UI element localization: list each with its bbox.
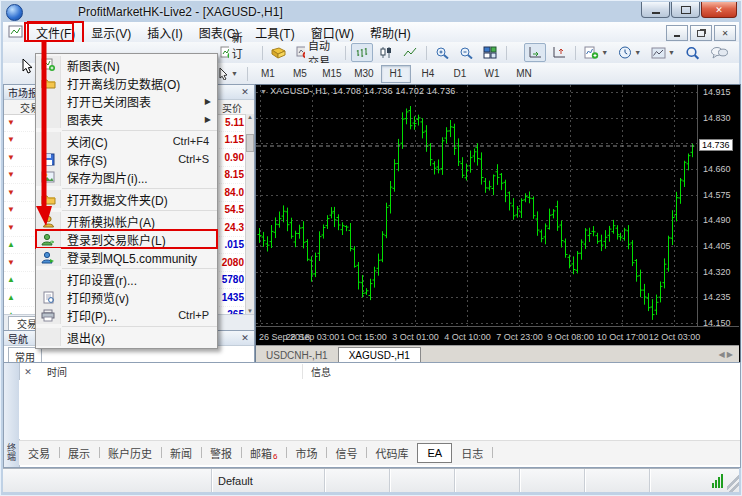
file-menu-item-2[interactable]: 打开已关闭图表▶: [36, 92, 217, 110]
scrollbar-thumb[interactable]: [246, 134, 254, 152]
search-button[interactable]: [681, 43, 704, 62]
price-axis[interactable]: 14.91514.83014.74514.66014.57514.49014.4…: [697, 85, 740, 326]
chart-shift-button[interactable]: [548, 43, 570, 62]
navigator-close-icon[interactable]: ✕: [240, 333, 250, 343]
scroll-up-icon[interactable]: ▲: [247, 114, 253, 120]
file-menu-item-15[interactable]: 打印设置(r)...: [36, 270, 217, 288]
timeframe-button-M5[interactable]: M5: [285, 65, 315, 83]
menubar-item-插入I[interactable]: 插入(I): [139, 22, 190, 43]
indicators-button[interactable]: ▼: [580, 43, 612, 62]
timeframe-button-W1[interactable]: W1: [477, 65, 507, 83]
cursor-icon: [217, 67, 229, 80]
templates-dropdown-arrow[interactable]: ▼: [668, 49, 675, 56]
file-menu-item-17[interactable]: 打印(P)...Ctrl+P: [36, 306, 217, 324]
image-icon: [36, 168, 61, 186]
price-chart[interactable]: [256, 85, 697, 326]
file-menu-item-11[interactable]: 开新模拟帐户(A): [36, 212, 217, 230]
menubar-item-文件F[interactable]: 文件(F): [28, 22, 83, 43]
terminal-tab-账户历史[interactable]: 账户历史: [99, 442, 161, 464]
terminal-column-time[interactable]: 时间: [37, 364, 303, 379]
periods-dropdown-arrow[interactable]: ▼: [634, 49, 641, 56]
timeframe-button-M30[interactable]: M30: [349, 65, 379, 83]
trend-up-icon: ▲: [4, 240, 18, 249]
terminal-tab-警报[interactable]: 警报: [201, 442, 241, 464]
file-menu-item-19[interactable]: 退出(x): [36, 328, 217, 346]
menu-item-label: 打开离线历史数据(O): [61, 75, 217, 92]
close-button[interactable]: ✕: [701, 2, 737, 18]
terminal-tab-展示[interactable]: 展示: [59, 442, 99, 464]
file-menu-item-5[interactable]: 关闭(C)Ctrl+F4: [36, 132, 217, 150]
time-axis[interactable]: 26 Sep 201828 Sep 03:001 Oct 15:003 Oct …: [256, 326, 739, 346]
file-menu-item-0[interactable]: 新图表(N): [36, 56, 217, 74]
menu-item-label: 保存(S): [61, 151, 178, 168]
chat-button[interactable]: [706, 43, 732, 62]
candlestick-chart-button[interactable]: [375, 43, 397, 62]
chart-tab-XAGUSDH1[interactable]: XAGUSD-,H1: [338, 347, 421, 363]
menubar-item-工具T[interactable]: 工具(T): [247, 22, 302, 43]
yellow-envelope-button[interactable]: [267, 43, 290, 62]
terminal-tab-日志[interactable]: 日志: [452, 442, 492, 464]
minimize-button[interactable]: [641, 2, 670, 18]
timeframe-button-MN[interactable]: MN: [509, 65, 539, 83]
file-menu-item-6[interactable]: 保存(S)Ctrl+S: [36, 150, 217, 168]
timeframe-button-D1[interactable]: D1: [445, 65, 475, 83]
mdi-minimize-button[interactable]: [666, 25, 688, 41]
terminal-tab-新闻[interactable]: 新闻: [161, 442, 201, 464]
tile-windows-button[interactable]: [479, 43, 501, 62]
terminal-log-area[interactable]: [19, 380, 740, 439]
periods-button[interactable]: ▼: [614, 43, 645, 62]
line-chart-button[interactable]: [399, 43, 421, 62]
chart-tab-USDCNHH1[interactable]: USDCNH-,H1: [256, 348, 338, 363]
cursor-dropdown-arrow[interactable]: ▼: [231, 70, 238, 77]
zoom-out-button[interactable]: [455, 43, 477, 62]
terminal-tab-邮箱[interactable]: 邮箱6: [241, 442, 286, 464]
terminal-tab-信号[interactable]: 信号: [326, 442, 366, 464]
timeframe-button-M15[interactable]: M15: [317, 65, 347, 83]
mdi-close-button[interactable]: ✕: [714, 25, 736, 41]
market-watch-close-icon[interactable]: ✕: [240, 87, 250, 97]
templates-button[interactable]: ▼: [647, 43, 679, 62]
restore-button[interactable]: [671, 2, 700, 18]
new-order-button[interactable]: 新订单: [216, 43, 257, 62]
terminal-close-icon[interactable]: ✕: [19, 367, 37, 377]
trend-down-icon: ▼: [4, 118, 18, 127]
resize-grip[interactable]: [727, 469, 739, 492]
terminal-tab-代码库[interactable]: 代码库: [366, 442, 417, 464]
terminal-tab-EA[interactable]: EA: [417, 443, 452, 463]
mdi-restore-button[interactable]: [690, 25, 712, 41]
file-menu-item-1[interactable]: 打开离线历史数据(O): [36, 74, 217, 92]
menu-item-label: 打印(P)...: [61, 307, 178, 324]
indicators-dropdown-arrow[interactable]: ▼: [601, 49, 608, 56]
title-bar[interactable]: ProfitMarketHK-Live2 - [XAGUSD-,H1] ✕: [3, 2, 739, 22]
menu-item-label: 打开已关闭图表: [61, 93, 205, 110]
file-menu-item-7[interactable]: 保存为图片(i)...: [36, 168, 217, 186]
file-menu-item-16[interactable]: 打印预览(v): [36, 288, 217, 306]
tab-separator: [492, 447, 493, 458]
timeframe-button-M1[interactable]: M1: [253, 65, 283, 83]
terminal-tab-交易[interactable]: 交易: [19, 442, 59, 464]
terminal-tab-市场[interactable]: 市场: [286, 442, 326, 464]
connection-status-icon: [707, 469, 727, 492]
file-menu-item-12[interactable]: 登录到交易账户(L): [36, 230, 217, 248]
file-menu-item-9[interactable]: 打开数据文件夹(D): [36, 190, 217, 208]
timeframe-button-H1[interactable]: H1: [381, 65, 411, 83]
file-menu-item-3[interactable]: 图表夹▶: [36, 110, 217, 128]
chart-window-icon[interactable]: [8, 25, 24, 39]
indicators-icon: [584, 46, 599, 59]
zoom-in-button[interactable]: [431, 43, 453, 62]
one-click-trading-icon[interactable]: ▼: [260, 88, 267, 95]
autotrading-button[interactable]: 自动交易: [292, 43, 340, 62]
ohlc-bars-series: [258, 106, 695, 320]
chart-plot-area[interactable]: ▼XAGUSD-,H1, 14.708 14.736 14.702 14.736: [256, 85, 697, 326]
timeframe-button-H4[interactable]: H4: [413, 65, 443, 83]
menubar-item-帮助H[interactable]: 帮助(H): [362, 22, 419, 43]
auto-scroll-button[interactable]: [524, 43, 546, 62]
status-profile-cell[interactable]: Default: [212, 469, 325, 492]
file-menu-item-13[interactable]: 登录到MQL5.community: [36, 248, 217, 266]
menubar-item-显示V[interactable]: 显示(V): [83, 22, 139, 43]
bar-chart-button[interactable]: [351, 43, 373, 62]
terminal-column-message[interactable]: 信息: [303, 364, 331, 379]
terminal-vertical-caption[interactable]: 终端: [4, 363, 20, 467]
tab-scroll-arrows[interactable]: ◀ ▶: [718, 350, 733, 359]
market-watch-scrollbar[interactable]: ▲ ▼: [245, 114, 254, 314]
